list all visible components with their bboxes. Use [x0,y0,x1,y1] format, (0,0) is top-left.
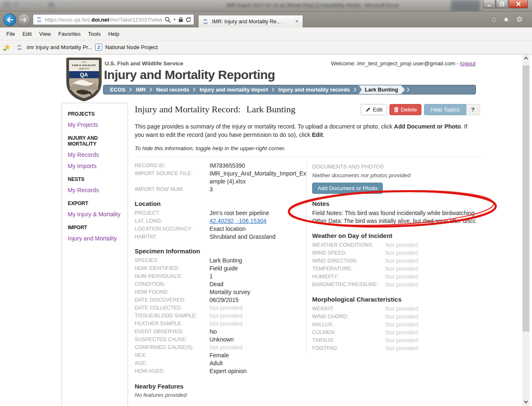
logout-link[interactable]: logout [460,60,475,67]
detail-label: NUM INDIVIDUALS: [135,272,209,280]
detail-value: Not provided [209,320,242,328]
home-icon[interactable]: ⌂ [492,15,496,24]
breadcrumb-item-label: Nest records [154,87,191,93]
back-button[interactable] [3,13,16,26]
detail-value: Not provided [385,313,418,321]
detail-value: Lark Bunting [209,257,242,265]
menu-item[interactable]: Tools [84,29,104,39]
detail-value[interactable]: Shrubland and Grassland [209,233,276,241]
detail-value[interactable]: Exact location [209,225,246,233]
refresh-icon[interactable] [185,17,192,23]
tab-close-icon[interactable]: ✕ [294,19,300,24]
detail-value: Adult [209,359,223,367]
favorite-item-imr[interactable]: imr Injury and Mortality Pr... [27,44,92,50]
detail-row: TEMPERATURE: Not provided [312,265,475,273]
sidebar-link[interactable]: My Projects [68,121,122,128]
help-topics-button[interactable]: Help Topics [424,104,466,115]
section-heading-weather: Weather on Day of Incident [312,232,475,239]
detail-label: HUMIDITY: [312,273,385,281]
view-favorites-icon[interactable]: ★➜ [3,43,12,52]
detail-row: HOW FOUND: Mortality survey [135,288,306,296]
agency-name: U.S. Fish and Wildlife Service [105,60,183,67]
detail-value: Not provided [209,344,242,352]
detail-label: DATE DISCOVERED: [135,296,209,304]
url-text[interactable]: https://ecos-qa.fws.doi.net/imr/Take/115… [45,17,163,23]
settings-gear-icon[interactable]: ⚙ [516,15,523,24]
minimize-button[interactable] [483,0,495,8]
welcome-message: Welcome: imr_test_project_prop user@gmai… [331,60,475,67]
detail-value: Not provided [385,329,418,337]
help-toggle-button[interactable]: ? [466,104,480,115]
breadcrumb-item[interactable]: IMR [133,85,154,94]
detail-value: Not provided [385,281,418,289]
detail-value: Not provided [209,304,242,312]
window-titlebar: IMR Export 2017-02-14.xls [Read-Only] [C… [0,0,532,12]
detail-row: HOW IDENTIFIED: Field guide [135,265,306,272]
menu-item[interactable]: Edit [19,29,35,39]
favorite-item-national-node[interactable]: National Node Project [105,44,158,50]
breadcrumb-item[interactable]: Injury and mortality Import [197,85,276,94]
scroll-down-icon[interactable] [522,398,530,405]
scroll-up-icon[interactable] [522,54,530,62]
detail-value: Not provided [385,249,418,257]
menu-item[interactable]: View [35,29,54,39]
menu-item[interactable]: Help [104,29,123,39]
search-icon[interactable] [165,17,171,23]
blurred-icon [23,3,41,7]
restore-button[interactable] [496,0,508,8]
detail-row: CONFIRMED CAUSE(S): Not provided [135,344,306,352]
sidebar-link[interactable]: My Records [68,151,122,158]
sidebar-link[interactable]: My Injury & Mortality [68,211,122,218]
delete-button[interactable]: Delete [389,104,421,115]
search-dropdown-caret-icon[interactable]: ▼ [173,18,176,22]
detail-value[interactable]: 42.40292, -106.15304 [209,217,266,225]
breadcrumb-item-label: ECOS [108,87,127,93]
add-document-button[interactable]: Add Document or Photo [312,183,383,194]
breadcrumb-item[interactable]: ECOS [108,85,133,94]
detail-label: PROJECT: [135,209,209,217]
browser-toolbar-icons: ⌂ ★ ⚙ [492,15,529,24]
detail-value: IMR_Injury_And_Mortality_Import_Example … [209,170,306,186]
address-bar[interactable]: ECOS https://ecos-qa.fws.doi.net/imr/Tak… [33,14,194,25]
favorites-star-icon[interactable]: ★ [503,15,510,24]
detail-label: CULMEN: [312,329,385,337]
detail-label: WEIGHT: [312,305,385,313]
svg-text:U.S.: U.S. [82,61,86,63]
breadcrumb-item-label: Injury and mortality records [276,87,352,93]
detail-row: IMPORT SOURCE FILE: IMR_Injury_And_Morta… [135,170,306,186]
breadcrumb-item[interactable]: Injury and mortality records [276,85,358,94]
vertical-scrollbar[interactable] [522,54,530,406]
detail-row: TISSUE/BLOOD SAMPLE: Not provided [135,312,306,320]
browser-window: { "window": { "background_title": "IMR E… [0,0,532,406]
detail-label: LOCATION ACCURACY: [135,225,209,233]
detail-label: SPECIES: [135,257,209,265]
detail-value: IM783655390 [209,162,245,170]
breadcrumb-item-label: Injury and mortality Import [197,87,270,93]
help-hint-text: To hide this information, toggle help in… [135,145,480,151]
breadcrumb-item[interactable]: Nest records [154,85,197,94]
detail-label: WIND SPEED: [312,249,385,257]
detail-row: SPECIES: Lark Bunting [135,257,306,265]
help-intro-text: This page provides a summary of the inju… [135,122,473,139]
detail-row: IMPORT ROW NUM: 3 [135,186,306,193]
sidebar-link[interactable]: My Records [68,187,122,193]
chevron-right-icon [352,88,356,92]
edit-button[interactable]: Edit [361,104,387,115]
sidebar-heading-import: IMPORT [68,225,122,230]
browser-tab[interactable]: ECOS IMR: Injury and Mortality Re... ✕ [198,15,303,27]
national-node-icon: Z [95,44,102,51]
chevron-right-icon [270,88,274,92]
forward-button[interactable] [17,13,30,26]
scrollbar-thumb[interactable] [522,65,530,332]
menu-item[interactable]: Favorites [54,29,84,39]
detail-row: FEATHER SAMPLE: Not provided [135,320,306,328]
detail-label: IMPORT ROW NUM: [135,186,209,193]
svg-text:SERVICE: SERVICE [79,67,89,70]
sidebar-link[interactable]: Injury and Mortality [68,235,122,242]
detail-label: EVENT OBSERVED: [135,328,209,336]
detail-value[interactable]: Jim's root beer pipeline [209,209,269,217]
sidebar-link[interactable]: My Imports [68,163,122,169]
close-button[interactable] [509,0,528,8]
sidebar-heading-projects: PROJECTS [68,111,122,117]
menu-item[interactable]: File [2,29,19,39]
